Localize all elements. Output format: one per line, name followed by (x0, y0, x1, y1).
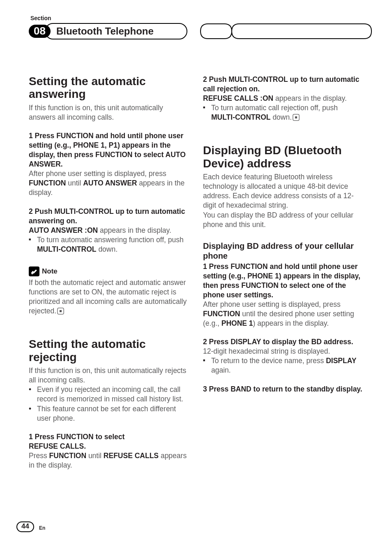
step-2-auto-answer: 2 Push MULTI-CONTROL up to turn automati… (29, 207, 185, 225)
section-number-pill: 08 (29, 25, 51, 38)
step-2-refuse: 2 Push MULTI-CONTROL up to turn automati… (203, 75, 359, 93)
text: appears in the display. (98, 226, 171, 234)
square-bullet-icon: ■ (29, 235, 37, 254)
subheading-bd-phone: Displaying BD address of your cellular p… (203, 241, 363, 261)
dot-bullet-icon: • (29, 404, 37, 423)
text: This feature cannot be set for each diff… (37, 404, 189, 423)
para: Each device featuring Bluetooth wireless… (203, 172, 363, 210)
page-number: 44 (16, 521, 34, 532)
svg-rect-1 (60, 310, 62, 312)
text-bold: AUTO ANSWER (83, 179, 137, 187)
svg-rect-3 (295, 116, 297, 118)
text: After phone user setting is displayed, p… (29, 169, 166, 178)
list-item: • This feature cannot be set for each di… (29, 404, 189, 423)
text: Press (29, 452, 49, 460)
text-bold: FUNCTION (203, 310, 240, 318)
section-label: Section (30, 15, 363, 21)
text: again. (211, 366, 231, 374)
note-body: If both the automatic reject and automat… (29, 278, 189, 317)
text: until (66, 179, 83, 187)
text: ) appears in the display. (253, 319, 329, 327)
page-footer: 44 En (16, 521, 45, 532)
text: To turn automatic call rejection off, pu… (211, 104, 338, 112)
text-bold: MULTI-CONTROL (37, 245, 97, 253)
note-icon (29, 266, 39, 276)
chapter-title-tab: Bluetooth Telephone (45, 23, 187, 39)
para: Press FUNCTION until REFUSE CALLS appear… (29, 451, 189, 470)
heading-auto-reject: Setting the automatic rejecting (29, 338, 189, 364)
text: down. (271, 113, 292, 121)
text-bold: :ON (83, 226, 98, 234)
page-header: 08 Bluetooth Telephone (29, 23, 363, 39)
text: To turn automatic answering function off… (37, 236, 184, 244)
dot-bullet-icon: • (29, 385, 37, 404)
text-bold: FUNCTION (29, 179, 66, 187)
para: If this function is on, this unit automa… (29, 366, 189, 385)
header-decor-right (200, 23, 372, 39)
text-bold: REFUSE CALLS (203, 94, 258, 102)
list-item: • Even if you rejected an incoming call,… (29, 385, 189, 404)
text-bold: AUTO ANSWER (29, 226, 83, 234)
step-1-refuse-b: REFUSE CALLS (29, 442, 84, 450)
para: If this function is on, this unit automa… (29, 103, 189, 122)
text-bold: DISPLAY (326, 357, 356, 365)
step-3-bd: 3 Press BAND to return to the standby di… (203, 385, 362, 393)
left-column: Setting the automatic answering If this … (29, 75, 189, 470)
text: If both the automatic reject and automat… (29, 278, 187, 315)
heading-bd-address: Displaying BD (Bluetooth Device) address (203, 144, 363, 170)
text-bold: . (84, 442, 86, 450)
text: To return to the device name, press (211, 357, 326, 365)
para: 12-digit hexadecimal string is displayed… (203, 347, 363, 356)
square-bullet-icon: ■ (203, 103, 211, 123)
step-1-auto-answer: 1 Press FUNCTION and hold until phone us… (29, 132, 186, 168)
chapter-title: Bluetooth Telephone (56, 25, 154, 37)
text-bold: FUNCTION (49, 452, 86, 460)
para: After phone user setting is displayed, p… (203, 300, 363, 328)
text-bold: REFUSE CALLS (104, 452, 159, 460)
para: REFUSE CALLS :ON appears in the display. (203, 94, 363, 103)
list-item: ■ To turn automatic answering function o… (29, 235, 189, 254)
text: appears in the display. (273, 94, 347, 102)
text-bold: :ON (258, 94, 273, 102)
para: After phone user setting is displayed, p… (29, 169, 189, 197)
text: After phone user setting is displayed, p… (203, 300, 341, 308)
text: until (86, 452, 104, 460)
end-section-icon (293, 114, 300, 123)
list-item: ■ To turn automatic call rejection off, … (203, 103, 363, 123)
list-item: ■ To return to the device name, press DI… (203, 356, 363, 375)
language-code: En (39, 523, 45, 531)
note-header: Note (29, 266, 189, 276)
heading-auto-answer: Setting the automatic answering (29, 75, 189, 101)
end-section-icon (57, 308, 64, 317)
para: AUTO ANSWER :ON appears in the display. (29, 226, 189, 235)
text: down. (97, 245, 118, 253)
step-1-refuse: 1 Press FUNCTION to select (29, 433, 125, 441)
note-label: Note (42, 267, 58, 276)
step-2-bd: 2 Press DISPLAY to display the BD addres… (203, 338, 353, 346)
step-1-bd: 1 Press FUNCTION and hold until phone us… (203, 262, 360, 299)
right-column: 2 Push MULTI-CONTROL up to turn automati… (203, 75, 363, 470)
square-bullet-icon: ■ (203, 356, 211, 375)
para: You can display the BD address of your c… (203, 211, 363, 229)
text-bold: PHONE 1 (221, 319, 253, 327)
text-bold: MULTI-CONTROL (211, 113, 271, 121)
text: Even if you rejected an incoming call, t… (37, 385, 189, 404)
